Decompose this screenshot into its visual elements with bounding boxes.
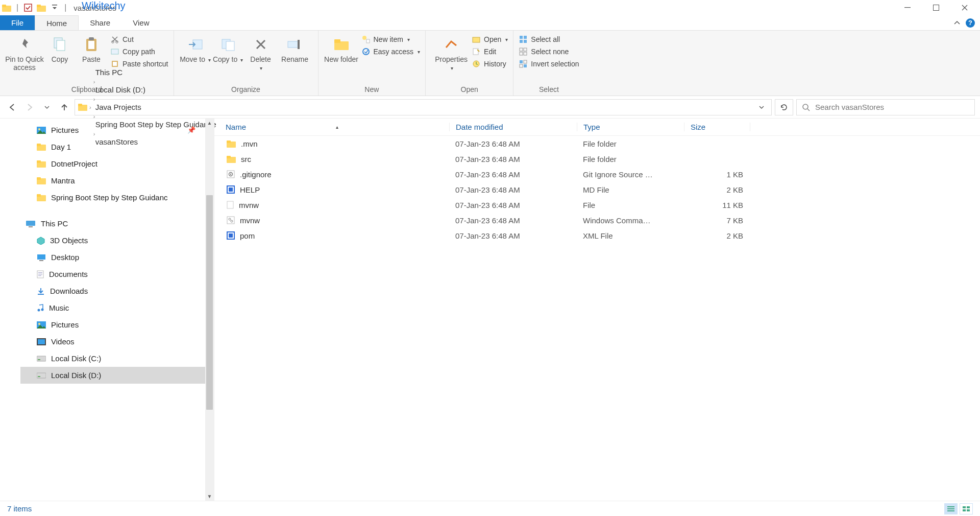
easy-access-button[interactable]: Easy access▾ [361,47,421,56]
tab-share[interactable]: Share [79,15,121,30]
history-button[interactable]: History [472,59,508,68]
search-input[interactable] [815,103,969,111]
tree-item-label: 3D Objects [50,236,88,245]
address-bar[interactable]: › This PC›Local Disk (D:)›Java Projects›… [75,99,772,115]
tree-item[interactable]: DotnetProject [20,155,214,172]
chevron-right-icon[interactable]: › [93,96,95,102]
svg-rect-55 [37,194,41,197]
column-size[interactable]: Size [684,123,750,131]
select-none-button[interactable]: Select none [519,47,579,56]
file-row[interactable]: HELP07-Jan-23 6:48 AMMD File2 KB [214,182,980,197]
details-view-button[interactable] [944,503,958,514]
picture-icon [37,321,46,329]
paste-button[interactable]: Paste [76,33,107,63]
tree-item[interactable]: Videos [20,333,214,350]
close-button[interactable] [950,0,979,15]
help-button[interactable]: ? [966,18,975,28]
maximize-button[interactable] [922,0,950,15]
picture-icon [37,127,46,134]
edit-button[interactable]: Edit [472,47,508,56]
recent-locations-button[interactable] [40,100,54,114]
tree-item[interactable]: Pictures [20,316,214,333]
qat-properties-icon[interactable] [22,2,34,13]
tree-scrollbar[interactable]: ▲ ▼ [205,119,214,501]
tree-item-label: Desktop [51,253,79,262]
new-folder-button[interactable]: New folder [324,33,359,63]
file-row[interactable]: pom07-Jan-23 6:48 AMXML File2 KB [214,228,980,243]
new-item-button[interactable]: New item▾ [361,35,421,44]
tab-file[interactable]: File [0,15,35,30]
tree-item[interactable]: Mantra [20,172,214,189]
chevron-right-icon[interactable]: › [93,79,95,85]
svg-rect-56 [26,221,35,226]
breadcrumb-segment[interactable]: Java Projects [93,103,218,111]
scroll-down-icon[interactable]: ▼ [205,492,214,501]
copy-path-button[interactable]: Copy path [110,47,168,56]
qat-dropdown-icon[interactable] [49,2,60,13]
copy-path-icon [110,47,119,56]
cut-button[interactable]: Cut [110,35,168,44]
back-button[interactable] [5,100,19,114]
invert-selection-button[interactable]: Invert selection [519,59,579,68]
copy-button[interactable]: Copy [44,33,76,63]
tree-item[interactable]: Downloads [20,283,214,299]
properties-button[interactable]: Properties▾ [431,33,472,72]
search-box[interactable] [796,99,975,115]
breadcrumb-segment[interactable]: Local Disk (D:) [93,85,218,94]
svg-rect-28 [473,37,480,42]
tree-item-label: Spring Boot Step by Step Guidanc [51,193,167,202]
svg-rect-49 [37,144,41,146]
select-all-button[interactable]: Select all [519,35,579,44]
tree-item[interactable]: Local Disk (C:) [20,350,214,367]
scroll-thumb[interactable] [206,195,213,410]
column-name[interactable]: Name▴ [214,123,449,131]
file-row[interactable]: mvnw07-Jan-23 6:48 AMFile11 KB [214,197,980,213]
up-button[interactable] [57,100,71,114]
copy-to-button[interactable]: Copy to ▾ [212,33,244,63]
delete-button[interactable]: Delete▾ [244,33,277,72]
open-button[interactable]: Open▾ [472,35,508,44]
file-row[interactable]: .gitignore07-Jan-23 6:48 AMGit Ignore So… [214,167,980,182]
tree-item[interactable]: Music [20,299,214,316]
breadcrumb-segment[interactable]: This PC [93,68,218,77]
file-type: File [577,201,684,209]
tree-item[interactable]: This PC [20,215,214,232]
tree-item[interactable]: Day 1 [20,138,214,155]
minimize-button[interactable] [893,0,922,15]
svg-point-25 [362,36,366,40]
svg-rect-71 [37,356,46,361]
svg-rect-93 [963,506,966,508]
forward-button[interactable] [22,100,37,114]
tree-item[interactable]: Spring Boot Step by Step Guidanc [20,189,214,206]
file-row[interactable]: .mvn07-Jan-23 6:48 AMFile folder [214,136,980,151]
column-type[interactable]: Type [577,123,684,131]
qat-folder-icon[interactable] [36,2,47,13]
tree-item[interactable]: Documents [20,266,214,283]
file-row[interactable]: mvnw07-Jan-23 6:48 AMWindows Comma…7 KB [214,213,980,228]
tree-item[interactable]: Pictures📌 [20,122,214,138]
pin-quick-access-button[interactable]: Pin to Quick access [5,33,44,72]
svg-rect-91 [947,508,954,509]
scroll-up-icon[interactable]: ▲ [205,119,214,127]
folder-icon [37,177,46,184]
chevron-right-icon[interactable]: › [89,104,91,110]
move-to-button[interactable]: Move to ▾ [179,33,212,63]
tree-item[interactable]: Desktop [20,249,214,266]
tab-view[interactable]: View [121,15,160,30]
tree-item[interactable]: 3D Objects [20,232,214,249]
pin-icon: 📌 [187,126,195,134]
large-icons-view-button[interactable] [960,503,973,514]
address-dropdown-button[interactable] [755,100,768,115]
column-date[interactable]: Date modified [449,123,577,131]
file-name: .gitignore [240,170,272,179]
svg-rect-53 [37,177,41,180]
collapse-ribbon-icon[interactable] [953,19,961,27]
app-folder-icon [1,2,12,13]
refresh-button[interactable] [775,99,793,115]
rename-button[interactable]: Rename [277,33,313,63]
tree-item[interactable]: Local Disk (D:) [20,367,214,384]
file-row[interactable]: src07-Jan-23 6:48 AMFile folder [214,151,980,167]
paste-shortcut-button[interactable]: Paste shortcut [110,59,168,68]
tab-home[interactable]: Home [35,15,79,30]
history-icon [472,59,481,68]
